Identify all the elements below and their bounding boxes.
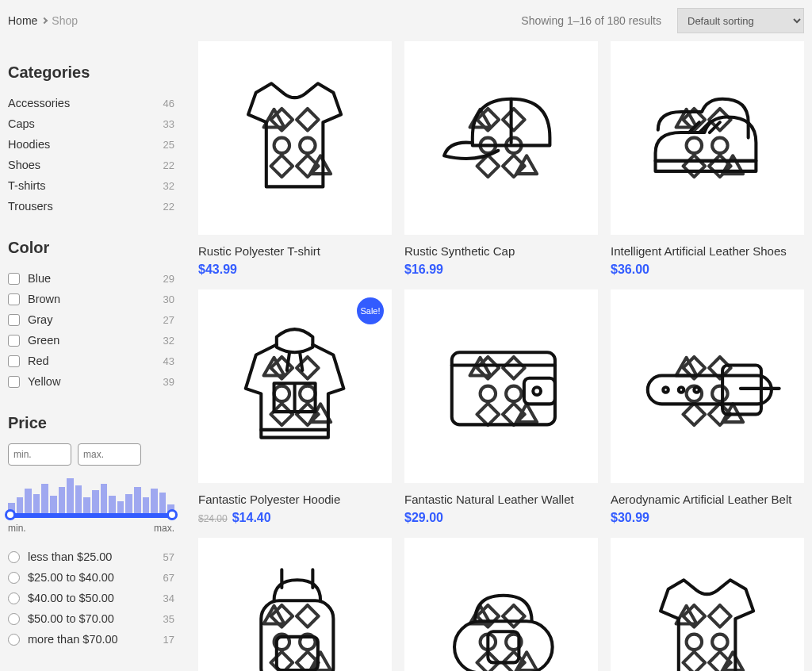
price-range-count: 17 [163,634,174,646]
category-item[interactable]: Accessories46 [8,93,174,113]
categories-widget: Categories Accessories46Caps33Hoodies25S… [8,63,174,217]
histogram-bar [50,496,57,513]
widget-title: Categories [8,63,174,82]
price-slider[interactable] [8,513,174,518]
product-card[interactable]: Aerodynamic Artificial Leather Belt $30.… [611,289,804,525]
price-range-item[interactable]: more than $70.0017 [8,629,174,650]
product-image[interactable] [198,41,392,235]
price-range-item[interactable]: less than $25.0057 [8,546,174,567]
price-range-item[interactable]: $40.00 to $50.0034 [8,588,174,608]
checkbox-icon[interactable] [8,355,20,367]
histogram-bar [159,493,167,513]
svg-point-67 [713,635,729,650]
color-name: Red [28,355,49,367]
product-card[interactable]: Rustic Polyester T-shirt $43.99 [198,41,392,277]
color-filter-item[interactable]: Blue29 [8,268,174,289]
checkbox-icon[interactable] [8,314,20,326]
svg-rect-52 [271,652,293,671]
belt-icon [630,309,784,463]
svg-marker-55 [311,653,331,671]
color-filter-item[interactable]: Green32 [8,330,174,351]
product-old-price: $24.00 [198,513,228,524]
product-card[interactable] [198,538,392,671]
category-count: 25 [163,139,174,151]
checkbox-icon[interactable] [8,293,20,305]
product-name: Fantastic Natural Leather Wallet [404,493,598,506]
product-image[interactable] [611,289,804,483]
category-name: T-shirts [8,179,46,192]
category-count: 32 [163,180,174,192]
sidebar: Categories Accessories46Caps33Hoodies25S… [8,41,174,671]
svg-rect-9 [503,109,525,131]
color-filter-item[interactable]: Gray27 [8,309,174,330]
product-name: Aerodynamic Artificial Leather Belt [611,493,804,506]
price-range-item[interactable]: $50.00 to $70.0035 [8,608,174,629]
tshirt-icon [217,60,372,215]
checkbox-icon[interactable] [8,273,20,285]
color-filter-item[interactable]: Yellow39 [8,371,174,392]
product-price-value: $43.99 [198,263,237,276]
wallet-icon [423,309,578,463]
price-range-item[interactable]: $25.00 to $40.0067 [8,567,174,588]
product-image[interactable] [404,41,598,235]
product-price: $29.00 [404,511,598,525]
price-min-input[interactable] [8,443,71,466]
category-item[interactable]: T-shirts32 [8,175,174,196]
category-item[interactable]: Trousers22 [8,196,174,217]
bag-icon [423,557,578,671]
product-image[interactable] [611,41,804,235]
color-name: Blue [28,272,51,285]
price-max-input[interactable] [78,443,141,466]
svg-point-66 [687,635,703,650]
product-image[interactable] [198,538,392,671]
category-item[interactable]: Shoes22 [8,155,174,175]
widget-title: Price [8,414,174,432]
product-name: Rustic Synthetic Cap [404,244,598,258]
tshirt-icon [630,557,784,671]
category-item[interactable]: Hoodies25 [8,134,174,155]
breadcrumb-home[interactable]: Home [8,14,37,27]
category-item[interactable]: Caps33 [8,113,174,134]
color-count: 43 [163,355,174,367]
color-name: Brown [28,293,60,305]
product-card[interactable]: Sale! Fantastic Polyester Hoodie $24.00$… [198,289,392,525]
product-card[interactable]: Intelligent Artificial Leather Shoes $36… [611,41,804,277]
product-card[interactable]: Fantastic Natural Leather Wallet $29.00 [404,289,598,525]
product-image[interactable] [611,538,804,671]
histogram-bar [125,494,132,513]
radio-icon[interactable] [8,613,20,625]
color-filter-item[interactable]: Red43 [8,351,174,371]
price-range-count: 34 [163,592,174,604]
radio-icon[interactable] [8,634,20,646]
category-name: Shoes [8,159,40,171]
checkbox-icon[interactable] [8,335,20,347]
slider-handle-max[interactable] [167,509,178,520]
product-price: $16.99 [404,263,598,277]
checkbox-icon[interactable] [8,376,20,388]
product-image[interactable]: Sale! [198,289,392,483]
cap-icon [423,60,578,215]
slider-max-label: max. [154,523,174,534]
price-widget: Price min. max. less than $25.0057$25.00… [8,414,174,650]
histogram-bar [17,497,24,513]
histogram-bar [101,484,108,513]
product-image[interactable] [404,289,598,483]
color-filter-item[interactable]: Brown30 [8,289,174,309]
svg-rect-57 [503,605,525,627]
product-card[interactable] [611,538,804,671]
product-grid-container: Rustic Polyester T-shirt $43.99 Rustic S… [198,41,804,671]
radio-icon[interactable] [8,592,20,604]
radio-icon[interactable] [8,551,20,563]
product-card[interactable]: Rustic Synthetic Cap $16.99 [404,41,598,277]
radio-icon[interactable] [8,572,20,584]
slider-handle-min[interactable] [5,509,16,520]
category-name: Caps [8,117,35,130]
product-image[interactable] [404,538,598,671]
product-card[interactable] [404,538,598,671]
sort-select[interactable]: Default sorting [677,8,804,33]
svg-rect-33 [503,357,525,379]
category-count: 22 [163,201,174,213]
svg-rect-20 [684,155,706,178]
svg-rect-44 [684,404,706,426]
price-range-label: $50.00 to $70.00 [28,612,114,625]
